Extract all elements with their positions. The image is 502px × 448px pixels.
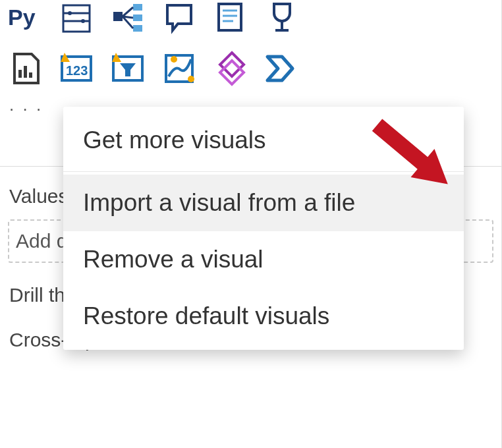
svg-text:123: 123 (66, 63, 88, 78)
power-automate-filter-icon[interactable] (111, 50, 148, 87)
python-visual-icon[interactable]: Py (8, 0, 45, 37)
menu-remove-visual[interactable]: Remove a visual (63, 231, 464, 288)
svg-point-28 (171, 56, 177, 63)
power-automate-123-icon[interactable]: 123 (59, 50, 96, 87)
arcgis-maps-icon[interactable] (162, 50, 199, 87)
key-influencers-icon[interactable] (59, 0, 96, 37)
viz-icons-row-1: Py (0, 0, 501, 42)
goals-icon[interactable] (265, 0, 302, 37)
qa-visual-icon[interactable] (162, 0, 199, 37)
decomposition-tree-icon[interactable] (111, 0, 148, 37)
svg-point-5 (81, 19, 85, 23)
menu-separator (63, 171, 464, 172)
menu-get-more-visuals[interactable]: Get more visuals (63, 112, 464, 169)
svg-rect-19 (18, 70, 22, 78)
paginated-report-icon[interactable] (8, 50, 45, 87)
svg-rect-1 (63, 5, 90, 32)
svg-rect-21 (29, 72, 32, 78)
svg-rect-20 (24, 66, 27, 78)
svg-line-10 (123, 7, 133, 16)
svg-rect-13 (219, 4, 241, 30)
power-automate-icon[interactable] (265, 50, 302, 87)
svg-rect-7 (133, 4, 142, 11)
visuals-context-menu: Get more visuals Import a visual from a … (63, 107, 464, 350)
svg-point-29 (188, 76, 194, 82)
menu-import-visual-from-file[interactable]: Import a visual from a file (63, 175, 464, 231)
smart-narrative-icon[interactable] (213, 0, 250, 37)
svg-rect-9 (133, 25, 142, 32)
svg-text:Py: Py (8, 5, 36, 30)
viz-icons-row-2: 123 (0, 42, 501, 92)
svg-rect-6 (113, 12, 123, 21)
powerapps-icon[interactable] (213, 50, 250, 87)
svg-point-3 (68, 11, 72, 15)
menu-restore-default-visuals[interactable]: Restore default visuals (63, 288, 464, 345)
svg-rect-8 (133, 14, 142, 21)
